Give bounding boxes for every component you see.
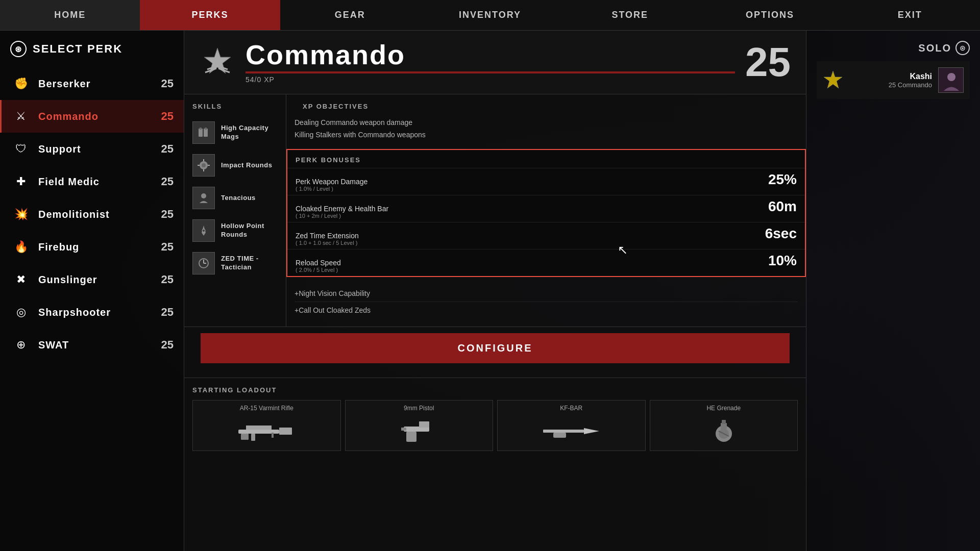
perk-sharpshooter[interactable]: ◎ Sharpshooter 25 bbox=[0, 296, 184, 329]
grenade-label: HE Grenade bbox=[654, 405, 794, 412]
hollow-point-rounds-icon bbox=[192, 219, 215, 242]
nav-home[interactable]: HOME bbox=[0, 0, 140, 30]
loadout-ar15[interactable]: AR-15 Varmint Rifle bbox=[192, 400, 341, 451]
perk-support[interactable]: 🛡 Support 25 bbox=[0, 133, 184, 165]
skill-impact-rounds[interactable]: Impact Rounds bbox=[184, 149, 286, 182]
perk-bonuses-panel: PERK BONUSES Perk Weapon Damage ( 1.0% /… bbox=[286, 149, 806, 277]
nav-perks[interactable]: PERKS bbox=[140, 0, 280, 30]
sidebar-title: ⊛ SELECT PERK bbox=[0, 41, 184, 67]
player-avatar bbox=[938, 67, 964, 93]
ar15-image bbox=[197, 416, 336, 446]
svg-rect-31 bbox=[722, 420, 726, 424]
bonus-cloaked-enemy: Cloaked Enemy & Health Bar ( 10 + 2m / L… bbox=[287, 195, 805, 222]
perk-gunslinger-name: Gunslinger bbox=[38, 274, 161, 286]
perk-support-name: Support bbox=[38, 143, 161, 155]
bonus-reload-value: 10% bbox=[768, 253, 797, 269]
player-rank-icon bbox=[823, 70, 843, 90]
nav-options[interactable]: OPTIONS bbox=[700, 0, 840, 30]
svg-rect-23 bbox=[419, 421, 429, 428]
impact-rounds-icon bbox=[192, 154, 215, 177]
perk-bonuses-header: PERK BONUSES bbox=[287, 150, 805, 168]
svg-rect-1 bbox=[199, 129, 203, 137]
demolitionist-icon: 💥 bbox=[12, 205, 30, 223]
loadout-9mm[interactable]: 9mm Pistol bbox=[345, 400, 494, 451]
nav-store[interactable]: STORE bbox=[560, 0, 700, 30]
bonus-weapon-damage: Perk Weapon Damage ( 1.0% / Level ) 25% bbox=[287, 168, 805, 195]
skill-impact-rounds-name: Impact Rounds bbox=[221, 161, 272, 170]
grenade-image bbox=[654, 416, 794, 446]
perk-swat[interactable]: ⊕ SWAT 25 bbox=[0, 329, 184, 361]
perk-gunslinger[interactable]: ✖ Gunslinger 25 bbox=[0, 263, 184, 296]
perk-berserker-name: Berserker bbox=[38, 78, 161, 90]
high-capacity-mags-icon bbox=[192, 121, 215, 144]
kfbar-label: KF-BAR bbox=[502, 405, 641, 412]
objective-1: Dealing Commando weapon damage bbox=[295, 116, 798, 129]
xp-bar-fill bbox=[246, 71, 735, 73]
skill-hollow-point-name: Hollow Point Rounds bbox=[221, 222, 278, 239]
bonus-weapon-damage-value: 25% bbox=[768, 171, 797, 188]
svg-point-11 bbox=[201, 193, 206, 198]
bonus-cloaked-value: 60m bbox=[768, 198, 797, 215]
starting-loadout: STARTING LOADOUT AR-15 Varmint Rifle bbox=[184, 378, 806, 451]
svg-rect-19 bbox=[241, 434, 249, 440]
solo-icon: ⊛ bbox=[955, 41, 970, 55]
bonus-reload-label: Reload Speed bbox=[296, 259, 341, 267]
commando-rank-icon bbox=[202, 47, 233, 78]
objectives-header: XP OBJECTIVES bbox=[295, 103, 798, 116]
svg-point-6 bbox=[202, 163, 206, 167]
sharpshooter-icon: ◎ bbox=[12, 303, 30, 321]
loadout-header: STARTING LOADOUT bbox=[192, 386, 798, 394]
main-content: ⊛ SELECT PERK ✊ Berserker 25 ⚔ Commando … bbox=[0, 31, 980, 551]
commando-icon: ⚔ bbox=[12, 107, 30, 126]
perk-header: Commando 54/0 XP 25 bbox=[184, 31, 806, 94]
skills-header: SKILLS bbox=[184, 103, 286, 116]
perk-demolitionist[interactable]: 💥 Demolitionist 25 bbox=[0, 198, 184, 231]
perk-firebug[interactable]: 🔥 Firebug 25 bbox=[0, 231, 184, 263]
skill-high-capacity-mags[interactable]: High Capacity Mags bbox=[184, 116, 286, 149]
loadout-grenade[interactable]: HE Grenade bbox=[650, 400, 798, 451]
right-details: XP OBJECTIVES Dealing Commando weapon da… bbox=[286, 94, 806, 327]
swat-icon: ⊕ bbox=[12, 336, 30, 354]
loadout-kfbar[interactable]: KF-BAR bbox=[497, 400, 646, 451]
perk-commando[interactable]: ⚔ Commando 25 bbox=[0, 100, 184, 133]
9mm-image bbox=[350, 416, 489, 446]
sidebar-title-text: SELECT PERK bbox=[33, 42, 122, 56]
svg-rect-25 bbox=[401, 428, 406, 431]
svg-rect-20 bbox=[251, 434, 255, 441]
perk-sharpshooter-name: Sharpshooter bbox=[38, 307, 161, 318]
ability-call-out-cloaked: +Call Out Cloaked Zeds bbox=[295, 302, 798, 318]
skill-zed-time-tactician[interactable]: ZED TIME - Tactician bbox=[184, 247, 286, 280]
nav-gear[interactable]: GEAR bbox=[280, 0, 420, 30]
skills-panel: SKILLS High Capacity Mags bbox=[184, 94, 286, 327]
xp-progress-bar bbox=[246, 71, 735, 73]
svg-rect-17 bbox=[279, 428, 292, 435]
nav-exit[interactable]: EXIT bbox=[840, 0, 980, 30]
perk-berserker[interactable]: ✊ Berserker 25 bbox=[0, 67, 184, 100]
perk-field-medic[interactable]: ✚ Field Medic 25 bbox=[0, 165, 184, 198]
bonus-cloaked-label: Cloaked Enemy & Health Bar bbox=[296, 205, 388, 213]
nav-inventory[interactable]: INVENTORY bbox=[420, 0, 560, 30]
bonus-weapon-damage-label: Perk Weapon Damage bbox=[296, 178, 368, 186]
perk-header-info: Commando 54/0 XP bbox=[246, 41, 735, 84]
objective-2: Killing Stalkers with Commando weapons bbox=[295, 129, 798, 141]
perk-gunslinger-level: 25 bbox=[161, 273, 174, 286]
svg-rect-26 bbox=[543, 430, 584, 433]
skill-tenacious[interactable]: Tenacious bbox=[184, 182, 286, 214]
tenacious-icon bbox=[192, 187, 215, 209]
perk-detail-level: 25 bbox=[745, 42, 791, 83]
ar15-label: AR-15 Varmint Rifle bbox=[197, 405, 336, 412]
perk-commando-level: 25 bbox=[161, 110, 174, 123]
svg-rect-28 bbox=[553, 433, 566, 438]
top-navigation: HOME PERKS GEAR INVENTORY STORE OPTIONS … bbox=[0, 0, 980, 31]
gunslinger-icon: ✖ bbox=[12, 270, 30, 289]
bonus-zed-time-value: 6sec bbox=[765, 226, 797, 242]
perk-berserker-level: 25 bbox=[161, 77, 174, 90]
perk-firebug-level: 25 bbox=[161, 240, 174, 254]
skill-hollow-point-rounds[interactable]: Hollow Point Rounds bbox=[184, 214, 286, 247]
bonus-weapon-damage-sub: ( 1.0% / Level ) bbox=[296, 186, 368, 192]
svg-rect-21 bbox=[272, 433, 274, 438]
perk-commando-name: Commando bbox=[38, 111, 161, 122]
configure-button[interactable]: CONFIGURE bbox=[201, 333, 790, 363]
ability-night-vision: +Night Vision Capability bbox=[295, 285, 798, 302]
perk-sharpshooter-level: 25 bbox=[161, 306, 174, 319]
